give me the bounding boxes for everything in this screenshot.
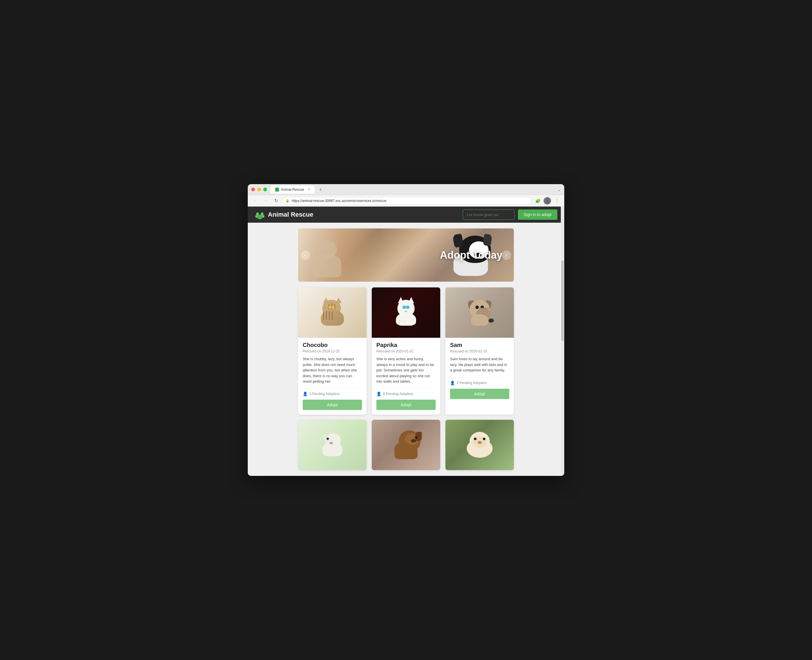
greeting-input[interactable] [463,209,514,220]
maximize-button[interactable] [263,187,267,191]
forward-button[interactable]: → [262,197,270,205]
pet-image-chocobo [298,287,366,338]
hero-cat-decoration [312,237,350,278]
white-cat-body [396,313,416,326]
pet-name: Sam [450,342,509,348]
pet-card-chocobo: Chocobo Rescued on 2019-12-25 She is chu… [298,287,366,414]
adopt-button-sam[interactable]: Adopt [450,389,509,399]
hero-banner: Adopt Today ‹ › [298,228,514,282]
paw-icon [255,209,265,220]
new-tab-button[interactable]: + [317,186,324,193]
pending-count: 3 Pending Adopters [309,392,339,396]
person-icon: 👤 [303,392,308,396]
carousel-next-button[interactable]: › [502,251,511,260]
pet-name: Chocobo [303,342,362,348]
browser-titlebar: 🐾 Animal Rescue ✕ + ⌄ [248,184,564,195]
refresh-button[interactable]: ↻ [272,197,280,205]
pet-description: She is very active and funny, always in … [376,356,436,384]
browser-tab-active[interactable]: 🐾 Animal Rescue ✕ [270,186,315,194]
white-cat-eye-left [403,306,406,309]
app-header: Animal Rescue Sign in to adopt [248,206,564,223]
profile-button[interactable]: 👤 [544,197,551,205]
sign-in-button[interactable]: Sign in to adopt [518,209,557,220]
pet-description: Sam loves to lay around and be lazy. He … [450,356,509,373]
cat-body [321,310,344,326]
page-content: Animal Rescue Sign in to adopt [248,206,564,476]
pending-count: 6 Pending Adopters [383,392,413,396]
pet-card-row2-1 [298,420,366,470]
person-icon: 👤 [450,381,455,385]
brown-dog-illustration [389,430,423,459]
pet-cards-container: Chocobo Rescued on 2019-12-25 She is chu… [298,287,514,470]
browser-tab-bar: 🐾 Animal Rescue ✕ + [270,186,557,194]
cat-eye-right [332,306,335,308]
scrollbar-track [561,206,564,476]
pet-cards-grid: Chocobo Rescued on 2019-12-25 She is chu… [298,287,514,414]
white-dog-illustration [319,433,345,456]
svg-point-6 [261,213,263,215]
expand-button[interactable]: ⌄ [557,187,561,192]
adopt-button-paprika[interactable]: Adopt [376,400,436,410]
svg-point-5 [257,213,259,215]
pug-body [471,314,488,326]
pet-description: She is chubby, lazy, but always polite. … [303,356,362,384]
tabby-cat-illustration [318,300,347,326]
header-actions: Sign in to adopt [463,209,557,220]
pet-rescue-date: Rescued on 2019-12-25 [303,349,362,353]
pet-info-sam: Sam Rescued on 2020-01-15 Sam loves to l… [446,338,514,404]
cat-white-image [372,287,440,338]
extensions-button[interactable]: 🧩 [534,197,542,205]
pet-cards-row2 [298,420,514,470]
pet-image-paprika [372,287,440,338]
pet-info-chocobo: Chocobo Rescued on 2019-12-25 She is chu… [298,338,366,414]
carousel-prev-button[interactable]: ‹ [301,251,310,260]
pending-adopters: 👤 2 Pending Adopters [450,378,509,385]
white-cat-eye-right [406,306,409,309]
pug-nose [488,319,494,322]
pending-count: 2 Pending Adopters [457,381,487,385]
app-logo: Animal Rescue [255,209,463,220]
back-button[interactable]: ← [251,197,259,205]
pet-info-paprika: Paprika Rescued on 2020-01-02 She is ver… [372,338,440,414]
pet-rescue-date: Rescued on 2020-01-15 [450,349,509,353]
dog-fluffy-image [446,420,514,470]
dog-white-image [298,420,366,470]
minimize-button[interactable] [257,187,261,191]
white-cat-nose [405,311,407,312]
pet-rescue-date: Rescued on 2020-01-02 [376,349,436,353]
white-cat-illustration [395,300,417,326]
toolbar-actions: 🧩 👤 ⋮ [534,197,561,205]
pet-name: Paprika [376,342,436,348]
svg-point-7 [256,216,257,217]
browser-controls [251,187,267,191]
pending-adopters: 👤 6 Pending Adopters [376,389,436,396]
close-button[interactable] [251,187,255,191]
tab-favicon: 🐾 [275,187,279,192]
pet-card-sam: Sam Rescued on 2020-01-15 Sam loves to l… [446,287,514,414]
pug-illustration [465,300,494,326]
cat-eye-left [328,306,331,308]
person-icon: 👤 [376,392,381,396]
dog-brown-image [372,420,440,470]
tab-title: Animal Rescue [281,187,304,192]
browser-toolbar: ← → ↻ 🔒 https://animal-rescue-30987.svc.… [248,195,564,206]
security-lock-icon: 🔒 [285,199,289,203]
pending-adopters: 👤 3 Pending Adopters [303,389,362,396]
fluffy-dog-illustration [465,432,494,458]
pet-image-sam [446,287,514,338]
pet-card-paprika: Paprika Rescued on 2020-01-02 She is ver… [372,287,440,414]
svg-point-8 [263,216,264,217]
address-bar[interactable]: 🔒 https://animal-rescue-30987.svc.azurem… [282,197,531,205]
pug-eye-left [475,306,479,309]
dog-pug-image [446,287,514,338]
app-title: Animal Rescue [268,211,313,218]
cat-tabby-image [298,287,366,338]
pet-card-row2-2 [372,420,440,470]
menu-button[interactable]: ⋮ [553,197,561,205]
browser-window: 🐾 Animal Rescue ✕ + ⌄ ← → ↻ 🔒 https://an… [248,184,564,476]
pet-card-row2-3 [446,420,514,470]
scrollbar-thumb[interactable] [561,260,564,341]
tab-close-button[interactable]: ✕ [308,187,310,191]
adopt-button-chocobo[interactable]: Adopt [303,400,362,410]
hero-title: Adopt Today [440,249,503,261]
